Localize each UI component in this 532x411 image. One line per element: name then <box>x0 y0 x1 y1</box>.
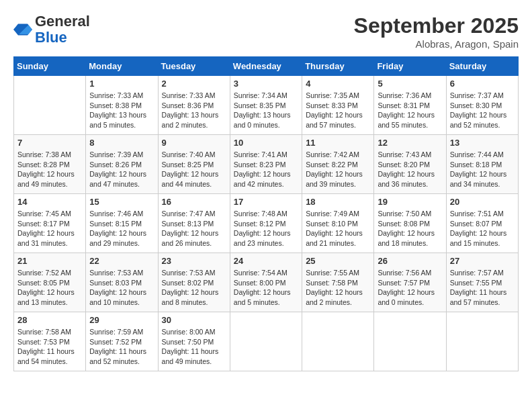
header-day-wednesday: Wednesday <box>230 57 302 76</box>
day-number: 25 <box>306 256 370 266</box>
calendar-cell: 12Sunrise: 7:43 AM Sunset: 8:20 PM Dayli… <box>374 135 446 194</box>
week-row-5: 28Sunrise: 7:58 AM Sunset: 7:53 PM Dayli… <box>14 312 519 371</box>
day-number: 27 <box>450 256 515 266</box>
calendar-cell: 30Sunrise: 8:00 AM Sunset: 7:50 PM Dayli… <box>158 312 230 371</box>
week-row-3: 14Sunrise: 7:45 AM Sunset: 8:17 PM Dayli… <box>14 194 519 253</box>
calendar-cell: 3Sunrise: 7:34 AM Sunset: 8:35 PM Daylig… <box>230 76 302 135</box>
calendar-cell: 20Sunrise: 7:51 AM Sunset: 8:07 PM Dayli… <box>446 194 518 253</box>
day-detail: Sunrise: 7:56 AM Sunset: 7:57 PM Dayligh… <box>378 268 442 308</box>
calendar-body: 1Sunrise: 7:33 AM Sunset: 8:38 PM Daylig… <box>14 76 519 371</box>
calendar-cell: 14Sunrise: 7:45 AM Sunset: 8:17 PM Dayli… <box>14 194 86 253</box>
day-detail: Sunrise: 7:39 AM Sunset: 8:26 PM Dayligh… <box>89 150 154 189</box>
calendar-cell: 24Sunrise: 7:54 AM Sunset: 8:00 PM Dayli… <box>230 253 302 312</box>
calendar-cell <box>14 76 86 135</box>
day-detail: Sunrise: 7:40 AM Sunset: 8:25 PM Dayligh… <box>162 150 226 189</box>
calendar-cell: 1Sunrise: 7:33 AM Sunset: 8:38 PM Daylig… <box>86 76 158 135</box>
day-number: 6 <box>450 79 515 89</box>
calendar-cell: 27Sunrise: 7:57 AM Sunset: 7:55 PM Dayli… <box>446 253 518 312</box>
calendar-cell: 18Sunrise: 7:49 AM Sunset: 8:10 PM Dayli… <box>302 194 374 253</box>
day-number: 4 <box>306 79 370 89</box>
calendar-cell: 19Sunrise: 7:50 AM Sunset: 8:08 PM Dayli… <box>374 194 446 253</box>
calendar-cell: 23Sunrise: 7:53 AM Sunset: 8:02 PM Dayli… <box>158 253 230 312</box>
day-number: 26 <box>378 256 442 266</box>
calendar-cell: 5Sunrise: 7:36 AM Sunset: 8:31 PM Daylig… <box>374 76 446 135</box>
logo-general: General <box>35 13 90 30</box>
day-number: 7 <box>17 138 82 148</box>
week-row-4: 21Sunrise: 7:52 AM Sunset: 8:05 PM Dayli… <box>14 253 519 312</box>
calendar-cell: 7Sunrise: 7:38 AM Sunset: 8:28 PM Daylig… <box>14 135 86 194</box>
header-day-saturday: Saturday <box>446 57 518 76</box>
week-row-2: 7Sunrise: 7:38 AM Sunset: 8:28 PM Daylig… <box>14 135 519 194</box>
day-number: 13 <box>450 138 515 148</box>
day-number: 28 <box>17 315 82 325</box>
calendar-cell: 6Sunrise: 7:37 AM Sunset: 8:30 PM Daylig… <box>446 76 518 135</box>
day-detail: Sunrise: 7:33 AM Sunset: 8:36 PM Dayligh… <box>162 91 226 130</box>
day-number: 5 <box>378 79 442 89</box>
day-detail: Sunrise: 7:49 AM Sunset: 8:10 PM Dayligh… <box>306 209 370 248</box>
day-number: 19 <box>378 197 442 207</box>
calendar-cell: 21Sunrise: 7:52 AM Sunset: 8:05 PM Dayli… <box>14 253 86 312</box>
day-number: 12 <box>378 138 442 148</box>
header-row: SundayMondayTuesdayWednesdayThursdayFrid… <box>14 57 519 76</box>
day-number: 9 <box>162 138 226 148</box>
logo-icon <box>13 20 32 39</box>
day-number: 3 <box>234 79 298 89</box>
calendar-cell: 2Sunrise: 7:33 AM Sunset: 8:36 PM Daylig… <box>158 76 230 135</box>
calendar-cell: 29Sunrise: 7:59 AM Sunset: 7:52 PM Dayli… <box>86 312 158 371</box>
day-number: 23 <box>162 256 226 266</box>
calendar-cell <box>374 312 446 371</box>
title-block: September 2025 Alobras, Aragon, Spain <box>354 13 519 50</box>
day-detail: Sunrise: 8:00 AM Sunset: 7:50 PM Dayligh… <box>162 327 226 367</box>
month-year-title: September 2025 <box>354 13 519 38</box>
calendar-cell: 16Sunrise: 7:47 AM Sunset: 8:13 PM Dayli… <box>158 194 230 253</box>
day-detail: Sunrise: 7:33 AM Sunset: 8:38 PM Dayligh… <box>89 91 154 130</box>
day-detail: Sunrise: 7:58 AM Sunset: 7:53 PM Dayligh… <box>17 327 82 367</box>
day-detail: Sunrise: 7:43 AM Sunset: 8:20 PM Dayligh… <box>378 150 442 189</box>
day-detail: Sunrise: 7:46 AM Sunset: 8:15 PM Dayligh… <box>89 209 154 248</box>
day-number: 18 <box>306 197 370 207</box>
calendar-cell <box>446 312 518 371</box>
logo-blue: Blue <box>35 29 67 46</box>
day-detail: Sunrise: 7:51 AM Sunset: 8:07 PM Dayligh… <box>450 209 515 248</box>
day-number: 17 <box>234 197 298 207</box>
calendar-cell: 9Sunrise: 7:40 AM Sunset: 8:25 PM Daylig… <box>158 135 230 194</box>
day-detail: Sunrise: 7:34 AM Sunset: 8:35 PM Dayligh… <box>234 91 298 130</box>
header-day-sunday: Sunday <box>14 57 86 76</box>
day-detail: Sunrise: 7:41 AM Sunset: 8:23 PM Dayligh… <box>234 150 298 189</box>
day-detail: Sunrise: 7:50 AM Sunset: 8:08 PM Dayligh… <box>378 209 442 248</box>
calendar-header: SundayMondayTuesdayWednesdayThursdayFrid… <box>14 57 519 76</box>
day-number: 2 <box>162 79 226 89</box>
day-detail: Sunrise: 7:38 AM Sunset: 8:28 PM Dayligh… <box>17 150 82 189</box>
header-day-monday: Monday <box>86 57 158 76</box>
calendar-cell <box>302 312 374 371</box>
day-detail: Sunrise: 7:37 AM Sunset: 8:30 PM Dayligh… <box>450 91 515 130</box>
calendar-cell: 26Sunrise: 7:56 AM Sunset: 7:57 PM Dayli… <box>374 253 446 312</box>
day-number: 20 <box>450 197 515 207</box>
day-detail: Sunrise: 7:59 AM Sunset: 7:52 PM Dayligh… <box>89 327 154 367</box>
day-detail: Sunrise: 7:44 AM Sunset: 8:18 PM Dayligh… <box>450 150 515 189</box>
day-number: 8 <box>89 138 154 148</box>
day-detail: Sunrise: 7:45 AM Sunset: 8:17 PM Dayligh… <box>17 209 82 248</box>
day-number: 11 <box>306 138 370 148</box>
day-number: 16 <box>162 197 226 207</box>
day-number: 15 <box>89 197 154 207</box>
day-detail: Sunrise: 7:53 AM Sunset: 8:03 PM Dayligh… <box>89 268 154 308</box>
calendar-cell: 15Sunrise: 7:46 AM Sunset: 8:15 PM Dayli… <box>86 194 158 253</box>
day-detail: Sunrise: 7:55 AM Sunset: 7:58 PM Dayligh… <box>306 268 370 308</box>
location-subtitle: Alobras, Aragon, Spain <box>354 38 519 50</box>
day-number: 29 <box>89 315 154 325</box>
calendar-cell: 25Sunrise: 7:55 AM Sunset: 7:58 PM Dayli… <box>302 253 374 312</box>
calendar-cell: 22Sunrise: 7:53 AM Sunset: 8:03 PM Dayli… <box>86 253 158 312</box>
calendar-cell: 8Sunrise: 7:39 AM Sunset: 8:26 PM Daylig… <box>86 135 158 194</box>
day-detail: Sunrise: 7:57 AM Sunset: 7:55 PM Dayligh… <box>450 268 515 308</box>
day-detail: Sunrise: 7:36 AM Sunset: 8:31 PM Dayligh… <box>378 91 442 130</box>
calendar-cell: 13Sunrise: 7:44 AM Sunset: 8:18 PM Dayli… <box>446 135 518 194</box>
day-detail: Sunrise: 7:52 AM Sunset: 8:05 PM Dayligh… <box>17 268 82 308</box>
header-day-friday: Friday <box>374 57 446 76</box>
week-row-1: 1Sunrise: 7:33 AM Sunset: 8:38 PM Daylig… <box>14 76 519 135</box>
day-detail: Sunrise: 7:53 AM Sunset: 8:02 PM Dayligh… <box>162 268 226 308</box>
day-number: 14 <box>17 197 82 207</box>
header-day-thursday: Thursday <box>302 57 374 76</box>
day-detail: Sunrise: 7:54 AM Sunset: 8:00 PM Dayligh… <box>234 268 298 308</box>
day-number: 21 <box>17 256 82 266</box>
